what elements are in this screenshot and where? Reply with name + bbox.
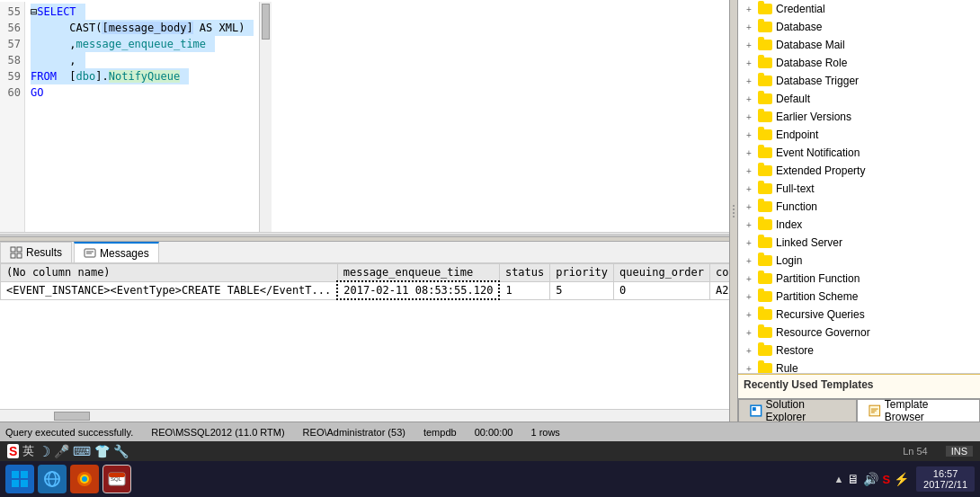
- editor-hscroll[interactable]: [0, 232, 729, 236]
- expand-index[interactable]: +: [742, 217, 756, 232]
- tab-solution-explorer[interactable]: Solution Explorer: [738, 399, 857, 422]
- tree-item-endpoint[interactable]: + Endpoint: [738, 126, 980, 144]
- tree-item-default[interactable]: + Default: [738, 90, 980, 108]
- recently-used-title: Recently Used Templates: [744, 378, 975, 391]
- tree-item-resource-governor[interactable]: + Resource Governor: [738, 324, 980, 342]
- expand-event-notification[interactable]: +: [742, 146, 756, 160]
- expand-extended-property[interactable]: +: [742, 164, 756, 178]
- expand-database[interactable]: +: [742, 20, 756, 34]
- cell-0-3[interactable]: 5: [550, 281, 614, 299]
- tree-item-function[interactable]: + Function: [738, 198, 980, 216]
- results-table-container[interactable]: (No column name) message_enqueue_time st…: [0, 263, 729, 409]
- col-header-4: queuing_order: [614, 264, 710, 282]
- taskbar-left: SQL: [5, 465, 131, 493]
- tray-volume-icon: 🔊: [863, 472, 878, 486]
- tree-item-partition-function[interactable]: + Partition Function: [738, 270, 980, 288]
- tab-template-browser[interactable]: Template Browser: [857, 399, 980, 422]
- ssms-icon: SQL: [107, 469, 127, 489]
- firefox-icon: [75, 469, 94, 489]
- main-container: 55 56 57 58 59 60 ⊟SELECT CAST([message_…: [0, 0, 980, 497]
- tree-item-extended-property[interactable]: + Extended Property: [738, 162, 980, 180]
- expand-earlier-versions[interactable]: +: [742, 110, 756, 124]
- expand-recursive-queries[interactable]: +: [742, 307, 756, 322]
- tree-label-event-notification: Event Notification: [776, 146, 860, 159]
- expand-login[interactable]: +: [742, 253, 756, 268]
- start-button[interactable]: [5, 465, 34, 493]
- cell-0-4[interactable]: 0: [614, 281, 710, 299]
- expand-rule[interactable]: +: [742, 361, 756, 374]
- firefox-button[interactable]: [70, 465, 99, 493]
- folder-icon-database-trigger: [758, 75, 772, 86]
- folder-icon-database: [758, 22, 772, 32]
- expand-resource-governor[interactable]: +: [742, 325, 756, 340]
- results-tab-results[interactable]: Results: [0, 242, 72, 262]
- cell-0-1[interactable]: 2017-02-11 08:53:55.120: [337, 281, 499, 299]
- tree-label-partition-function: Partition Function: [776, 272, 860, 285]
- expand-restore[interactable]: +: [742, 343, 756, 358]
- ime-keyboard-icon[interactable]: ⌨: [73, 444, 91, 458]
- expand-database-mail[interactable]: +: [742, 38, 756, 52]
- results-tabs: Results Messages: [0, 242, 729, 263]
- svg-rect-16: [21, 480, 28, 487]
- vertical-resize-handle[interactable]: [730, 0, 737, 422]
- tree-label-linked-server: Linked Server: [776, 236, 842, 249]
- template-tree[interactable]: + Credential + Database + Database Mail …: [738, 0, 980, 374]
- tree-item-event-notification[interactable]: + Event Notification: [738, 144, 980, 162]
- expand-database-role[interactable]: +: [742, 56, 756, 70]
- cell-0-5[interactable]: A2EDB39D-37F0-B6: [709, 281, 729, 299]
- tree-item-full-text[interactable]: + Full-text: [738, 180, 980, 198]
- expand-linked-server[interactable]: +: [742, 235, 756, 250]
- tree-item-restore[interactable]: + Restore: [738, 342, 980, 359]
- tree-label-database-role: Database Role: [776, 57, 847, 69]
- col-header-3: priority: [550, 264, 614, 282]
- editor-vscroll[interactable]: [259, 2, 272, 232]
- folder-icon-recursive-queries: [758, 309, 772, 320]
- tree-item-credential[interactable]: + Credential: [738, 0, 980, 18]
- content-area: 55 56 57 58 59 60 ⊟SELECT CAST([message_…: [0, 0, 980, 422]
- sql-editor[interactable]: 55 56 57 58 59 60 ⊟SELECT CAST([message_…: [0, 0, 729, 236]
- tree-item-earlier-versions[interactable]: + Earlier Versions: [738, 108, 980, 126]
- expand-function[interactable]: +: [742, 200, 756, 214]
- tree-item-index[interactable]: + Index: [738, 216, 980, 234]
- expand-database-trigger[interactable]: +: [742, 74, 756, 88]
- results-hscroll[interactable]: [0, 409, 729, 422]
- ime-tools-icon[interactable]: 🔧: [113, 444, 129, 458]
- tree-item-recursive-queries[interactable]: + Recursive Queries: [738, 306, 980, 324]
- ssms-button[interactable]: SQL: [102, 465, 131, 493]
- cell-0-0[interactable]: <EVENT_INSTANCE><EventType>CREATE TABLE<…: [1, 281, 338, 299]
- svg-text:SQL: SQL: [111, 476, 122, 482]
- tray-network-icon: 🖥: [847, 472, 860, 486]
- results-tab-messages[interactable]: Messages: [74, 242, 159, 262]
- ie-button[interactable]: [38, 465, 67, 493]
- left-panel: 55 56 57 58 59 60 ⊟SELECT CAST([message_…: [0, 0, 730, 422]
- expand-partition-scheme[interactable]: +: [742, 289, 756, 304]
- tree-item-database-role[interactable]: + Database Role: [738, 54, 980, 72]
- expand-endpoint[interactable]: +: [742, 128, 756, 142]
- message-icon: [84, 247, 96, 260]
- ime-moon-icon: ☽: [38, 443, 50, 460]
- expand-partition-function[interactable]: +: [742, 271, 756, 286]
- clock[interactable]: 16:57 2017/2/11: [916, 466, 975, 492]
- tree-item-login[interactable]: + Login: [738, 252, 980, 270]
- tree-label-default: Default: [776, 93, 810, 105]
- tree-item-database-trigger[interactable]: + Database Trigger: [738, 72, 980, 90]
- ime-lang-btn[interactable]: 英: [22, 443, 34, 459]
- template-icon: [869, 404, 881, 417]
- tree-item-linked-server[interactable]: + Linked Server: [738, 234, 980, 252]
- tray-s-icon: S: [882, 473, 890, 486]
- tree-item-database-mail[interactable]: + Database Mail: [738, 36, 980, 54]
- code-area[interactable]: ⊟SELECT CAST([message_body] AS XML) ,mes…: [25, 2, 259, 232]
- folder-icon-rule: [758, 363, 772, 374]
- tree-item-rule[interactable]: + Rule: [738, 359, 980, 374]
- cell-0-2[interactable]: 1: [499, 281, 549, 299]
- line-numbers: 55 56 57 58 59 60: [0, 2, 25, 232]
- expand-default[interactable]: +: [742, 92, 756, 106]
- ime-mic-icon[interactable]: 🎤: [54, 444, 69, 458]
- tree-item-database[interactable]: + Database: [738, 18, 980, 36]
- expand-full-text[interactable]: +: [742, 182, 756, 196]
- expand-credential[interactable]: +: [742, 2, 756, 16]
- tray-arrow[interactable]: ▲: [834, 474, 844, 484]
- tree-item-partition-scheme[interactable]: + Partition Scheme: [738, 288, 980, 306]
- tree-label-extended-property: Extended Property: [776, 164, 865, 177]
- ime-shirt-icon[interactable]: 👕: [94, 444, 110, 458]
